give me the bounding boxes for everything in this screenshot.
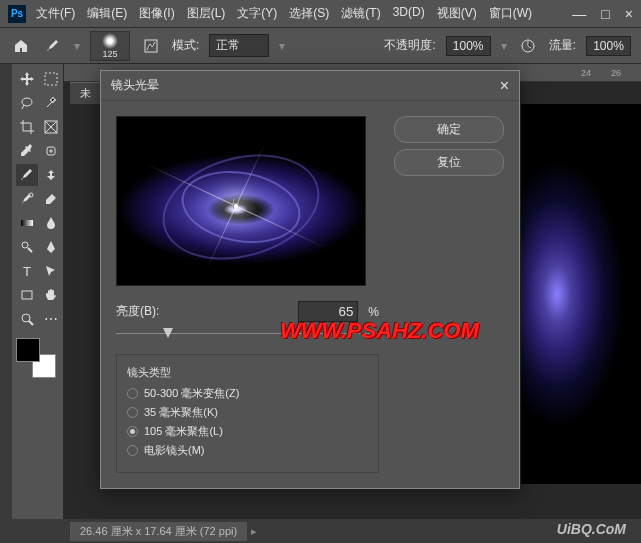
brush-preset-picker[interactable]: 125 bbox=[90, 31, 130, 61]
menu-layer[interactable]: 图层(L) bbox=[187, 5, 226, 22]
app-logo: Ps bbox=[8, 5, 26, 23]
svg-point-8 bbox=[22, 242, 28, 248]
lens-option-movie[interactable]: 电影镜头(M) bbox=[127, 443, 368, 458]
slider-thumb[interactable] bbox=[163, 328, 173, 338]
menu-window[interactable]: 窗口(W) bbox=[489, 5, 532, 22]
menu-image[interactable]: 图像(I) bbox=[139, 5, 174, 22]
tools-panel: T ⋯ bbox=[12, 64, 64, 519]
menu-select[interactable]: 选择(S) bbox=[289, 5, 329, 22]
lens-flare-preview[interactable] bbox=[116, 116, 366, 286]
flare-center-cross-icon[interactable] bbox=[229, 199, 239, 209]
frame-tool[interactable] bbox=[40, 116, 62, 138]
brush-size-value: 125 bbox=[102, 49, 117, 59]
status-bar: 26.46 厘米 x 17.64 厘米 (72 ppi) ▸ bbox=[0, 519, 641, 543]
dialog-title: 镜头光晕 bbox=[111, 77, 159, 94]
mode-label: 模式: bbox=[172, 37, 199, 54]
history-brush-tool[interactable] bbox=[16, 188, 38, 210]
blend-mode-select[interactable]: 正常 bbox=[209, 34, 269, 57]
type-tool[interactable]: T bbox=[16, 260, 38, 282]
opacity-input[interactable]: 100% bbox=[446, 36, 491, 56]
window-minimize-button[interactable]: — bbox=[572, 6, 586, 22]
lens-flare-dialog: 镜头光晕 × 亮度(B): % 镜头类型 50-300 毫米变焦 bbox=[100, 70, 520, 489]
menu-file[interactable]: 文件(F) bbox=[36, 5, 75, 22]
radio-icon bbox=[127, 445, 138, 456]
radio-icon bbox=[127, 407, 138, 418]
menu-view[interactable]: 视图(V) bbox=[437, 5, 477, 22]
svg-text:T: T bbox=[23, 264, 31, 278]
reset-button[interactable]: 复位 bbox=[394, 149, 504, 176]
document-info[interactable]: 26.46 厘米 x 17.64 厘米 (72 ppi) bbox=[70, 522, 247, 541]
svg-point-11 bbox=[22, 314, 30, 322]
brush-panel-icon[interactable] bbox=[140, 35, 162, 57]
menu-filter[interactable]: 滤镜(T) bbox=[341, 5, 380, 22]
svg-point-3 bbox=[22, 98, 32, 106]
eraser-tool[interactable] bbox=[40, 188, 62, 210]
menu-edit[interactable]: 编辑(E) bbox=[87, 5, 127, 22]
main-menu: 文件(F) 编辑(E) 图像(I) 图层(L) 文字(Y) 选择(S) 滤镜(T… bbox=[36, 5, 572, 22]
eyedropper-tool[interactable] bbox=[16, 140, 38, 162]
gradient-tool[interactable] bbox=[16, 212, 38, 234]
rectangle-tool[interactable] bbox=[16, 284, 38, 306]
lasso-tool[interactable] bbox=[16, 92, 38, 114]
lens-type-label: 镜头类型 bbox=[127, 365, 368, 380]
ok-button[interactable]: 确定 bbox=[394, 116, 504, 143]
pressure-opacity-icon[interactable] bbox=[517, 35, 539, 57]
svg-rect-7 bbox=[21, 220, 33, 226]
window-close-button[interactable]: × bbox=[625, 6, 633, 22]
path-select-tool[interactable] bbox=[40, 260, 62, 282]
crop-tool[interactable] bbox=[16, 116, 38, 138]
foreground-color-swatch[interactable] bbox=[16, 338, 40, 362]
opacity-label: 不透明度: bbox=[384, 37, 435, 54]
brightness-pct: % bbox=[368, 305, 379, 319]
svg-rect-10 bbox=[22, 291, 32, 299]
brush-tool-icon[interactable] bbox=[42, 35, 64, 57]
document-canvas[interactable] bbox=[521, 104, 641, 484]
options-bar: ▾ 125 模式: 正常 ▾ 不透明度: 100% ▾ 流量: 100% bbox=[0, 28, 641, 64]
menu-type[interactable]: 文字(Y) bbox=[237, 5, 277, 22]
radio-icon bbox=[127, 426, 138, 437]
document-tab[interactable]: 未 bbox=[70, 82, 101, 104]
brightness-input[interactable] bbox=[298, 301, 358, 322]
zoom-tool[interactable] bbox=[16, 308, 38, 330]
brightness-label: 亮度(B): bbox=[116, 303, 159, 320]
pen-tool[interactable] bbox=[40, 236, 62, 258]
left-rail bbox=[0, 64, 12, 519]
svg-rect-2 bbox=[45, 73, 57, 85]
magic-wand-tool[interactable] bbox=[40, 92, 62, 114]
lens-option-50-300[interactable]: 50-300 毫米变焦(Z) bbox=[127, 386, 368, 401]
more-tools[interactable]: ⋯ bbox=[40, 308, 62, 330]
menu-3d[interactable]: 3D(D) bbox=[393, 5, 425, 22]
home-icon[interactable] bbox=[10, 35, 32, 57]
blur-tool[interactable] bbox=[40, 212, 62, 234]
radio-icon bbox=[127, 388, 138, 399]
brush-tool[interactable] bbox=[16, 164, 38, 186]
lens-option-35[interactable]: 35 毫米聚焦(K) bbox=[127, 405, 368, 420]
hand-tool[interactable] bbox=[40, 284, 62, 306]
healing-brush-tool[interactable] bbox=[40, 140, 62, 162]
flow-label: 流量: bbox=[549, 37, 576, 54]
move-tool[interactable] bbox=[16, 68, 38, 90]
clone-stamp-tool[interactable] bbox=[40, 164, 62, 186]
dialog-close-button[interactable]: × bbox=[500, 77, 509, 95]
window-maximize-button[interactable]: □ bbox=[601, 6, 609, 22]
color-swatches[interactable] bbox=[16, 338, 56, 378]
lens-option-105[interactable]: 105 毫米聚焦(L) bbox=[127, 424, 368, 439]
brightness-slider[interactable] bbox=[116, 326, 379, 342]
marquee-tool[interactable] bbox=[40, 68, 62, 90]
dodge-tool[interactable] bbox=[16, 236, 38, 258]
flow-input[interactable]: 100% bbox=[586, 36, 631, 56]
